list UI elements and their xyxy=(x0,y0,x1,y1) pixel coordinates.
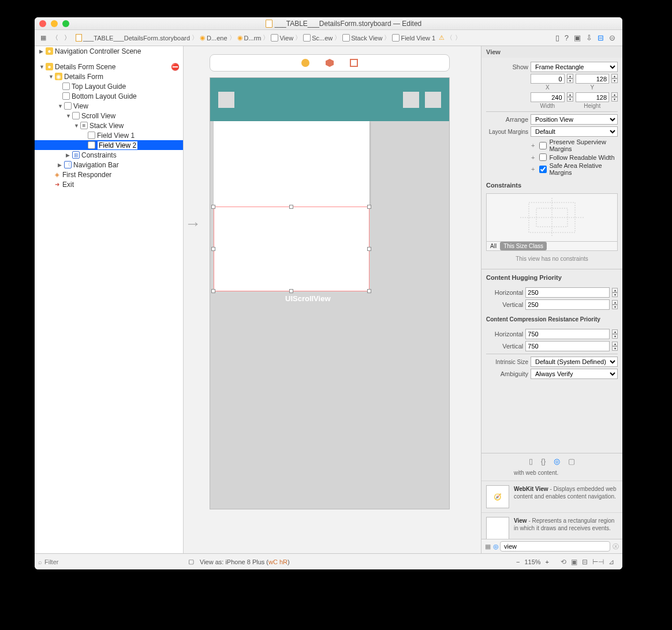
pin-icon[interactable]: ⊢⊣ xyxy=(592,558,604,566)
field-view-1[interactable] xyxy=(214,121,369,207)
webkit-icon: 🧭 xyxy=(486,485,509,508)
library-item[interactable]: 🧭WebKit View - Displays embedded web con… xyxy=(481,481,622,513)
related-items-icon[interactable]: ▦ xyxy=(38,33,48,43)
close-icon[interactable] xyxy=(39,20,46,27)
chp-h-input[interactable] xyxy=(525,287,610,298)
toggle-outline-icon[interactable]: ▢ xyxy=(188,558,194,565)
view-as-label[interactable]: View as: iPhone 8 Plus (wC hR) xyxy=(200,558,290,565)
section-view: View xyxy=(481,46,622,58)
height-input[interactable] xyxy=(576,92,610,102)
safe-area-checkbox[interactable] xyxy=(539,166,547,173)
canvas[interactable]: UIScrollView → xyxy=(184,46,481,553)
zoom-out-button[interactable]: − xyxy=(516,558,520,565)
forward-button[interactable]: 〉 xyxy=(62,32,73,43)
library-tabs[interactable]: ▯{}◎▢ xyxy=(481,453,622,469)
ccrp-v-input[interactable] xyxy=(525,341,610,351)
show-select[interactable]: Frame Rectangle xyxy=(531,62,618,72)
zoom-icon[interactable] xyxy=(62,20,69,27)
arrange-select[interactable]: Position View xyxy=(531,114,618,125)
width-input[interactable] xyxy=(531,92,565,102)
h-stepper[interactable]: ▴▾ xyxy=(611,92,618,109)
margins-select[interactable]: Default xyxy=(531,126,618,137)
inspector: View ShowFrame Rectangle X ▴▾ Y ▴▾ Width… xyxy=(481,46,622,553)
scene-dock[interactable] xyxy=(210,54,450,72)
ccrp-h-input[interactable] xyxy=(525,329,610,339)
y-stepper[interactable]: ▴▾ xyxy=(611,74,618,91)
document-outline[interactable]: ▶●Navigation Controller Scene ▼●Details … xyxy=(35,46,184,553)
update-frames-icon[interactable]: ⟲ xyxy=(561,558,566,566)
view-icon xyxy=(486,517,509,539)
intrinsic-select[interactable]: Default (System Defined) xyxy=(531,357,618,367)
size-inspector-icon[interactable]: ⊟ xyxy=(598,33,604,42)
device-frame: UIScrollView xyxy=(210,77,450,509)
w-stepper[interactable]: ▴▾ xyxy=(567,92,573,109)
window-title: ___TABLE___DetailsForm.storyboard — Edit… xyxy=(275,20,422,28)
rename-field[interactable]: Field View 2 xyxy=(97,141,138,150)
x-stepper[interactable]: ▴▾ xyxy=(567,74,573,91)
jump-bar: ▦ 〈 〉 ___TABLE___DetailsForm.storyboard〉… xyxy=(35,30,622,46)
breadcrumb[interactable]: ___TABLE___DetailsForm.storyboard〉 ◉D...… xyxy=(73,33,464,42)
grid-icon[interactable]: ▦ xyxy=(485,543,491,550)
attributes-inspector-icon[interactable]: ⇩ xyxy=(586,33,592,42)
scroll-view-label: UIScrollView xyxy=(285,294,331,303)
x-input[interactable] xyxy=(531,74,565,84)
preserve-margins-checkbox[interactable] xyxy=(539,142,547,149)
field-view-2-selected[interactable] xyxy=(214,207,369,291)
embed-icon[interactable]: ▣ xyxy=(571,558,577,566)
align-icon[interactable]: ⊟ xyxy=(582,558,588,566)
filter-icon[interactable]: ⌕ xyxy=(38,558,42,565)
help-inspector-icon[interactable]: ? xyxy=(565,33,569,42)
connections-inspector-icon[interactable]: ⊝ xyxy=(609,33,615,42)
library-filter-input[interactable] xyxy=(500,541,610,552)
resolve-icon[interactable]: ⊿ xyxy=(608,558,614,566)
constraints-diagram[interactable]: AllThis Size Class xyxy=(486,193,618,251)
titlebar: ___TABLE___DetailsForm.storyboard — Edit… xyxy=(35,17,622,30)
file-icon xyxy=(76,34,82,42)
library-item[interactable]: View - Represents a rectangular region i… xyxy=(481,513,622,539)
chp-v-input[interactable] xyxy=(525,299,610,310)
outline-selected-row[interactable]: Field View 2 xyxy=(35,140,183,150)
file-icon xyxy=(266,20,272,28)
y-input[interactable] xyxy=(576,74,610,84)
clear-icon[interactable]: ⓧ xyxy=(613,542,619,551)
identity-inspector-icon[interactable]: ▣ xyxy=(574,33,581,42)
outline-filter-input[interactable] xyxy=(44,558,180,565)
warning-icon[interactable]: ⚠ xyxy=(439,34,445,42)
zoom-level[interactable]: 115% xyxy=(524,558,540,565)
bottom-bar: ⌕ ▢ View as: iPhone 8 Plus (wC hR) −115%… xyxy=(35,553,622,569)
stop-icon[interactable]: ⛔ xyxy=(171,63,180,71)
ambiguity-select[interactable]: Always Verify xyxy=(531,369,618,379)
follow-readable-checkbox[interactable] xyxy=(539,153,547,161)
zoom-in-button[interactable]: + xyxy=(546,558,549,565)
entry-arrow-icon[interactable]: → xyxy=(185,215,201,233)
minimize-icon[interactable] xyxy=(51,20,58,27)
back-button[interactable]: 〈 xyxy=(50,32,61,43)
file-inspector-icon[interactable]: ▯ xyxy=(555,33,559,42)
